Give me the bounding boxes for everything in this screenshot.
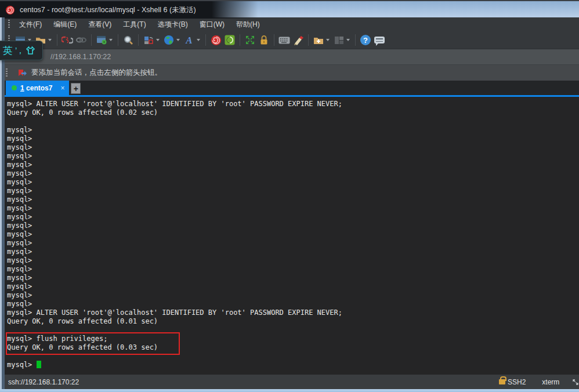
tile-windows-dropdown-caret[interactable] [346, 39, 350, 41]
help-icon-glyph: ? [360, 35, 371, 45]
compose-bar-icon[interactable] [142, 34, 155, 46]
terminal-line: mysql> [7, 213, 579, 222]
menubar-grip[interactable] [8, 20, 10, 29]
toolbar-separator [57, 34, 57, 46]
title-bar[interactable]: centos7 - root@test:/usr/local/mysql - X… [0, 0, 579, 17]
font-icon[interactable]: A [183, 34, 196, 46]
tile-windows-icon[interactable] [332, 34, 345, 46]
menu-bar: 文件(F) 编辑(E) 查看(V) 工具(T) 选项卡(B) 窗口(W) 帮助(… [5, 17, 579, 31]
terminal-line: mysql> [7, 152, 579, 161]
toolbar-separator [205, 34, 206, 46]
terminal-line: mysql> [7, 195, 579, 204]
terminal-line: mysql> [7, 161, 579, 169]
terminal-output: mysql> ALTER USER 'root'@'localhost' IDE… [7, 100, 579, 369]
tab-index: 1 [20, 84, 24, 92]
menu-view[interactable]: 查看(V) [82, 18, 117, 31]
reconnect-icon[interactable] [75, 34, 88, 46]
terminal-line: mysql> [7, 239, 579, 248]
terminal-line: mysql> [7, 265, 579, 274]
highlighter-icon[interactable] [292, 34, 305, 46]
terminal-line: mysql> [7, 126, 579, 135]
session-bar-message: 要添加当前会话，点击左侧的箭头按钮。 [31, 68, 162, 78]
terminal-line: mysql> [7, 282, 579, 291]
virtual-keyboard-icon[interactable] [278, 34, 291, 46]
ime-skin-shirt-icon[interactable] [26, 46, 35, 55]
compose-bar-dropdown-caret[interactable] [156, 39, 160, 41]
terminal-line: mysql> [7, 187, 579, 195]
toolbar-separator [355, 34, 356, 46]
status-terminal-type[interactable]: xterm [542, 378, 559, 386]
find-icon[interactable] [122, 34, 135, 46]
lock-screen-icon[interactable] [258, 34, 270, 46]
menu-help[interactable]: 帮助(H) [230, 18, 266, 31]
status-address: ssh://192.168.1.170:22 [8, 378, 79, 386]
session-properties-dropdown-caret[interactable] [109, 39, 113, 41]
terminal-line: mysql> [7, 248, 579, 256]
toolbar-separator [240, 34, 240, 46]
terminal-line: mysql> [7, 135, 579, 143]
toolbar-separator [308, 34, 309, 46]
encoding-dropdown-caret[interactable] [176, 39, 180, 41]
session-bar: 要添加当前会话，点击左侧的箭头按钮。 [5, 64, 579, 81]
menu-tabs[interactable]: 选项卡(B) [152, 18, 194, 31]
menu-edit[interactable]: 编辑(E) [48, 18, 82, 31]
font-icon-glyph: A [186, 35, 192, 45]
terminal-cursor [37, 361, 41, 368]
toolbar-separator [118, 34, 118, 46]
xftp-icon[interactable] [223, 34, 236, 46]
terminal-line: mysql> ALTER USER 'root'@'localhost' IDE… [7, 100, 579, 108]
terminal-line: Query OK, 0 rows affected (0.02 sec) [7, 108, 579, 117]
window-bottom-frame [0, 389, 579, 392]
help-icon[interactable]: ? [359, 34, 372, 46]
ime-status-overlay[interactable]: 英 ’， [0, 41, 43, 60]
terminal-line: mysql> [7, 291, 579, 300]
tab-centos7[interactable]: 1 centos7 × [6, 81, 69, 95]
ime-punctuation-mode[interactable]: ’， [15, 45, 23, 56]
new-folder-dropdown-caret[interactable] [326, 39, 330, 41]
toolbar-separator [274, 34, 274, 46]
status-right-cluster: SSH2 xterm 176x [499, 378, 579, 386]
title-bar-dark-area: centos7 - root@test:/usr/local/mysql - X… [0, 1, 258, 19]
menu-tools[interactable]: 工具(T) [117, 18, 151, 31]
disconnect-icon[interactable] [61, 34, 74, 46]
terminal-line: mysql> [7, 230, 579, 239]
terminal-line: mysql> [7, 361, 579, 369]
tab-label: centos7 [26, 84, 52, 92]
ime-language-mode[interactable]: 英 [3, 44, 13, 57]
terminal-line [7, 117, 579, 126]
menu-window[interactable]: 窗口(W) [194, 18, 230, 31]
terminal-line: mysql> [7, 143, 579, 152]
terminal-line: mysql> [7, 222, 579, 230]
xshell-icon[interactable] [209, 34, 222, 46]
tab-bar: 1 centos7 × + [5, 81, 579, 95]
new-folder-icon[interactable] [312, 34, 325, 46]
resize-icon [572, 379, 579, 386]
window-title: centos7 - root@test:/usr/local/mysql - X… [20, 5, 196, 15]
open-session-dropdown-caret[interactable] [48, 39, 52, 41]
address-value[interactable]: //192.168.1.170:22 [50, 53, 111, 61]
address-bar[interactable]: //192.168.1.170:22 [5, 49, 579, 64]
terminal-line: mysql> [7, 300, 579, 308]
terminal-line: mysql> [7, 169, 579, 178]
encryption-lock-icon [499, 379, 505, 384]
xshell-window: centos7 - root@test:/usr/local/mysql - X… [0, 0, 579, 392]
status-encryption: SSH2 [508, 378, 526, 386]
terminal-line: mysql> [7, 178, 579, 187]
encoding-icon[interactable] [162, 34, 175, 46]
terminal-line: mysql> [7, 274, 579, 282]
font-dropdown-caret[interactable] [197, 39, 200, 41]
tab-connected-dot-icon [12, 85, 17, 90]
session-properties-icon[interactable] [95, 34, 108, 46]
terminal-line: mysql> [7, 256, 579, 265]
sessionbar-grip[interactable] [6, 68, 8, 78]
status-bar: ssh://192.168.1.170:22 SSH2 xterm 176x [5, 375, 579, 389]
tab-close-icon[interactable]: × [60, 84, 64, 92]
new-tab-button[interactable]: + [71, 83, 81, 94]
menu-file[interactable]: 文件(F) [13, 18, 48, 31]
xshell-logo-icon [5, 5, 15, 15]
terminal-line: Query OK, 0 rows affected (0.01 sec) [7, 317, 579, 326]
add-session-flag-icon[interactable] [18, 68, 27, 77]
terminal[interactable]: mysql> ALTER USER 'root'@'localhost' IDE… [5, 97, 579, 375]
feedback-icon[interactable] [373, 34, 386, 46]
fullscreen-icon[interactable] [244, 34, 256, 46]
